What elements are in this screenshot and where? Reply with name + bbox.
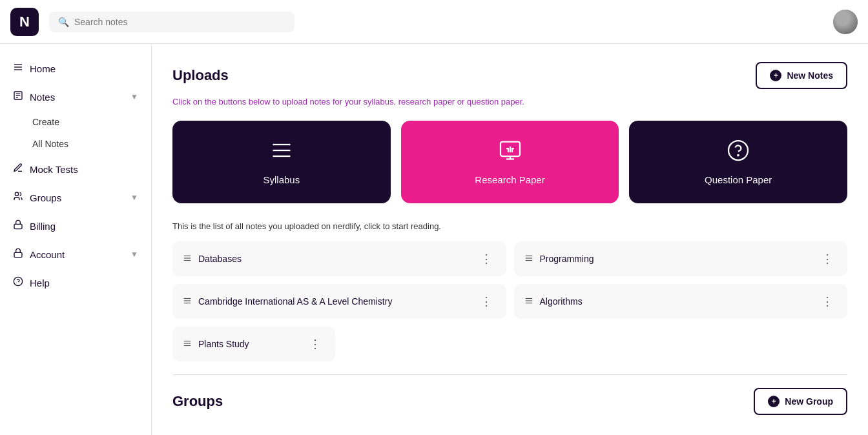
- note-item-plants-left: Plants Study: [183, 339, 249, 350]
- sidebar-item-groups[interactable]: Groups ▼: [0, 183, 151, 212]
- question-label: Question Paper: [705, 174, 772, 185]
- content-area: Uploads + New Notes Click on the buttons…: [152, 44, 868, 435]
- groups-icon: [13, 191, 23, 204]
- topbar: N 🔍: [0, 0, 868, 44]
- note-menu-databases[interactable]: ⋮: [477, 250, 496, 267]
- research-label: Research Paper: [475, 174, 544, 185]
- research-paper-card[interactable]: Research Paper: [401, 121, 619, 203]
- note-label-plants: Plants Study: [198, 339, 249, 349]
- sidebar-item-account[interactable]: Account ▼: [0, 240, 151, 268]
- new-notes-button[interactable]: + New Notes: [756, 62, 847, 89]
- new-group-icon: +: [768, 396, 780, 407]
- note-item-plants[interactable]: Plants Study ⋮: [172, 327, 335, 361]
- note-label-chemistry: Cambridge International AS & A Level Che…: [198, 296, 392, 307]
- sidebar-item-all-notes[interactable]: All Notes: [0, 133, 151, 155]
- new-notes-label: New Notes: [787, 70, 833, 81]
- note-item-programming[interactable]: Programming ⋮: [514, 241, 848, 276]
- new-notes-icon: +: [770, 70, 781, 81]
- note-list-icon-chemistry: [183, 296, 192, 307]
- note-list-icon-algorithms: [524, 296, 533, 307]
- note-menu-plants[interactable]: ⋮: [305, 336, 325, 352]
- mock-tests-icon: [13, 163, 23, 176]
- new-group-label: New Group: [785, 396, 833, 407]
- sidebar-item-mock-label: Mock Tests: [30, 164, 78, 175]
- account-chevron-icon: ▼: [130, 250, 138, 259]
- syllabus-card[interactable]: Syllabus: [172, 121, 391, 203]
- question-paper-card[interactable]: Question Paper: [629, 121, 847, 203]
- groups-header: Groups + New Group: [172, 388, 847, 415]
- research-icon: [499, 139, 522, 167]
- page-title: Uploads: [172, 67, 229, 84]
- syllabus-icon: [270, 139, 293, 167]
- note-label-programming: Programming: [540, 254, 594, 264]
- upload-cards: Syllabus Research Paper: [172, 121, 847, 203]
- sidebar-item-account-label: Account: [30, 249, 65, 260]
- question-icon: [727, 139, 750, 167]
- note-item-algorithms[interactable]: Algorithms ⋮: [514, 284, 848, 319]
- billing-icon: [13, 219, 23, 232]
- groups-chevron-icon: ▼: [130, 193, 138, 202]
- uploads-header: Uploads + New Notes: [172, 62, 847, 89]
- account-icon: [13, 248, 23, 261]
- svg-point-7: [15, 192, 18, 196]
- notes-icon: [13, 90, 23, 103]
- upload-subtitle: Click on the buttons below to upload not…: [172, 97, 847, 106]
- sidebar-item-help-label: Help: [30, 278, 50, 288]
- note-item-chemistry-left: Cambridge International AS & A Level Che…: [183, 296, 392, 307]
- sidebar-item-groups-label: Groups: [30, 192, 61, 203]
- note-label-algorithms: Algorithms: [540, 296, 583, 307]
- groups-title: Groups: [172, 393, 223, 410]
- note-label-databases: Databases: [198, 254, 242, 264]
- note-item-algorithms-left: Algorithms: [524, 296, 583, 307]
- note-list-icon-programming: [524, 254, 533, 265]
- sidebar-item-mock-tests[interactable]: Mock Tests: [0, 155, 151, 183]
- section-divider: [172, 374, 847, 375]
- note-menu-algorithms[interactable]: ⋮: [818, 293, 837, 310]
- svg-point-19: [738, 155, 739, 156]
- notes-list-subtitle: This is the list of all notes you upload…: [172, 221, 847, 231]
- sidebar-item-home-label: Home: [30, 63, 56, 74]
- notes-chevron-icon: ▼: [130, 92, 138, 101]
- sidebar-allnotes-label: All Notes: [32, 139, 68, 149]
- help-icon: [13, 276, 23, 289]
- note-item-databases-left: Databases: [183, 254, 242, 265]
- note-list-icon-databases: [183, 254, 192, 265]
- sidebar: Home Notes ▼ Create All Notes Mock Tests: [0, 44, 152, 435]
- new-group-button[interactable]: + New Group: [754, 388, 847, 415]
- sidebar-item-home[interactable]: Home: [0, 54, 151, 83]
- svg-point-18: [728, 141, 748, 160]
- search-bar[interactable]: 🔍: [49, 12, 294, 32]
- sidebar-item-notes[interactable]: Notes ▼: [0, 83, 151, 111]
- sidebar-item-billing[interactable]: Billing: [0, 212, 151, 240]
- sidebar-item-help[interactable]: Help: [0, 268, 151, 297]
- app-logo: N: [10, 8, 39, 36]
- note-item-programming-left: Programming: [524, 254, 594, 265]
- avatar[interactable]: [833, 10, 858, 34]
- sidebar-item-create[interactable]: Create: [0, 111, 151, 133]
- note-menu-chemistry[interactable]: ⋮: [477, 293, 496, 310]
- svg-rect-8: [14, 224, 22, 228]
- home-icon: [13, 62, 23, 75]
- note-item-chemistry[interactable]: Cambridge International AS & A Level Che…: [172, 284, 506, 319]
- note-menu-programming[interactable]: ⋮: [818, 250, 837, 267]
- svg-rect-9: [14, 252, 22, 257]
- avatar-image: [833, 10, 858, 34]
- sidebar-item-notes-label: Notes: [30, 92, 55, 103]
- search-icon: 🔍: [58, 17, 69, 27]
- sidebar-item-billing-label: Billing: [30, 221, 56, 232]
- sidebar-create-label: Create: [32, 117, 59, 127]
- note-item-databases[interactable]: Databases ⋮: [172, 241, 506, 276]
- search-input[interactable]: [74, 17, 285, 27]
- note-list-icon-plants: [183, 339, 192, 350]
- syllabus-label: Syllabus: [263, 174, 300, 185]
- main-layout: Home Notes ▼ Create All Notes Mock Tests: [0, 44, 868, 435]
- notes-grid: Databases ⋮ Programming ⋮ Ca: [172, 241, 847, 361]
